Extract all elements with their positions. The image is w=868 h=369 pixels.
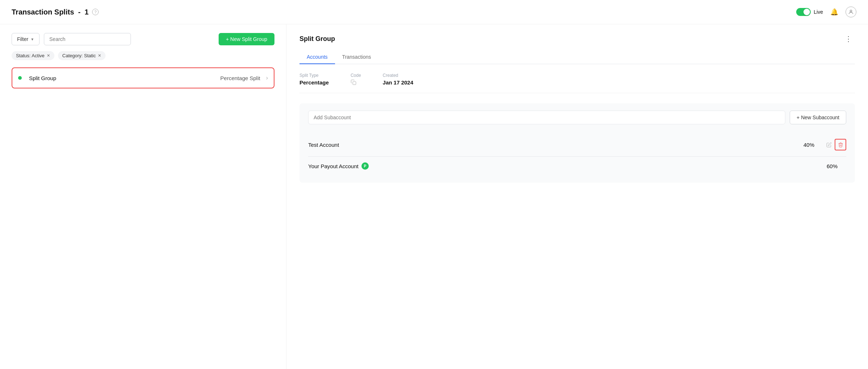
more-options-button[interactable]: ⋮ (842, 33, 855, 45)
top-bar-left: Transaction Splits - 1 ? (12, 8, 99, 16)
add-subaccount-row: + New Subaccount (308, 111, 846, 124)
code-value-row (351, 79, 361, 85)
copy-icon[interactable] (351, 79, 356, 85)
row-name: Split Group (29, 75, 220, 81)
filter-tags: Status: Active ✕ Category: Static ✕ (12, 51, 274, 60)
chevron-down-icon: ▼ (30, 37, 34, 41)
split-type-item: Split Type Percentage (299, 73, 329, 86)
top-bar-right: Live 🔔 (796, 7, 856, 17)
main-layout: Filter ▼ + New Split Group Status: Activ… (0, 24, 868, 369)
add-subaccount-input[interactable] (308, 111, 785, 124)
left-panel: Filter ▼ + New Split Group Status: Activ… (0, 24, 286, 369)
code-item: Code (351, 73, 361, 86)
tab-transactions-label: Transactions (342, 54, 371, 60)
toolbar: Filter ▼ + New Split Group (12, 33, 274, 45)
split-type-value: Percentage (299, 79, 329, 86)
top-bar: Transaction Splits - 1 ? Live 🔔 (0, 0, 868, 24)
split-group-row[interactable]: Split Group Percentage Split › (12, 67, 274, 88)
search-input[interactable] (44, 33, 131, 45)
account-pct: 40% (803, 142, 814, 148)
right-panel: Split Group ⋮ Accounts Transactions Spli… (286, 24, 868, 369)
tabs: Accounts Transactions (299, 50, 855, 64)
page-count: 1 (84, 8, 88, 16)
right-header: Split Group ⋮ (299, 33, 855, 45)
account-name-text: Your Payout Account (308, 163, 359, 169)
account-row: Test Account 40% (308, 133, 846, 157)
tab-transactions[interactable]: Transactions (335, 50, 379, 64)
row-type: Percentage Split (220, 75, 260, 81)
account-pct: 60% (827, 163, 838, 169)
status-dot (18, 76, 22, 80)
account-row: Your Payout Account P 60% (308, 157, 846, 175)
filter-label: Filter (17, 36, 28, 42)
new-split-group-button[interactable]: + New Split Group (219, 33, 274, 45)
svg-rect-1 (353, 82, 356, 85)
info-section: Split Type Percentage Code Created Jan 1… (299, 73, 855, 93)
account-name: Your Payout Account P (308, 162, 827, 170)
created-value: Jan 17 2024 (383, 79, 413, 86)
filter-tag-status-close[interactable]: ✕ (47, 53, 50, 58)
new-subaccount-button[interactable]: + New Subaccount (790, 111, 846, 124)
bell-icon[interactable]: 🔔 (830, 8, 838, 16)
edit-account-button[interactable] (823, 139, 835, 150)
split-type-label: Split Type (299, 73, 329, 78)
svg-point-0 (850, 10, 852, 12)
created-label: Created (383, 73, 413, 78)
new-group-btn-label: + New Split Group (226, 36, 267, 42)
new-subaccount-btn-label: + New Subaccount (797, 115, 839, 120)
live-label: Live (814, 9, 823, 15)
live-toggle[interactable]: Live (796, 8, 823, 16)
page-title: Transaction Splits - 1 (12, 8, 88, 16)
filter-tag-status: Status: Active ✕ (12, 51, 54, 60)
delete-account-button[interactable] (835, 139, 846, 150)
account-name-text: Test Account (308, 142, 339, 148)
account-name: Test Account (308, 142, 803, 148)
toggle-switch[interactable] (796, 8, 811, 16)
code-label: Code (351, 73, 361, 78)
user-icon[interactable] (846, 7, 856, 17)
row-chevron-icon: › (266, 75, 268, 81)
tab-accounts-label: Accounts (307, 54, 328, 60)
created-item: Created Jan 17 2024 (383, 73, 413, 86)
tab-accounts[interactable]: Accounts (299, 50, 335, 64)
filter-button[interactable]: Filter ▼ (12, 33, 40, 45)
payout-badge: P (361, 162, 369, 170)
filter-tag-category-label: Category: Static (62, 53, 96, 58)
detail-title: Split Group (299, 35, 335, 43)
filter-tag-category-close[interactable]: ✕ (98, 53, 101, 58)
help-icon[interactable]: ? (92, 9, 99, 15)
filter-tag-status-label: Status: Active (16, 53, 45, 58)
page-title-text: Transaction Splits (12, 8, 74, 16)
filter-tag-category: Category: Static ✕ (58, 51, 106, 60)
accounts-section: + New Subaccount Test Account 40% (299, 103, 855, 183)
